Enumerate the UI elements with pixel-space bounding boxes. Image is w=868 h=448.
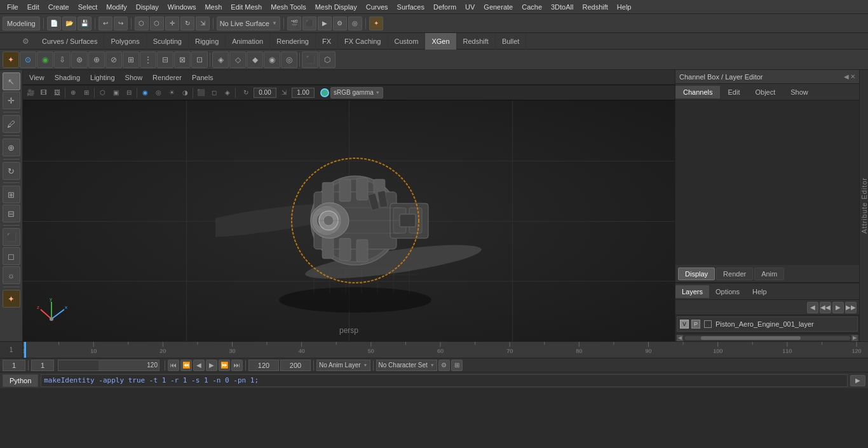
vp-ao-icon[interactable]: ◎ xyxy=(152,86,165,99)
menu-create[interactable]: Create xyxy=(44,2,74,12)
frame-current-display[interactable] xyxy=(31,360,54,371)
xgen-icon-6[interactable]: ⊕ xyxy=(88,51,105,68)
vp-camera-icon[interactable]: 🎥 xyxy=(24,86,37,99)
xgen-icon-lt[interactable]: ✦ xyxy=(3,290,20,308)
pb-play-btn[interactable]: ▶ xyxy=(206,360,217,371)
xgen-icon-10[interactable]: ⊟ xyxy=(157,51,173,68)
pb-fwd-end-btn[interactable]: ⏭ xyxy=(231,360,243,371)
xgen-icon-14[interactable]: ◇ xyxy=(229,51,246,68)
vp-display2-icon[interactable]: ◻ xyxy=(208,86,220,99)
open-file-btn[interactable]: 📂 xyxy=(62,17,76,31)
cb-close-btn[interactable]: ✕ xyxy=(850,73,855,80)
menu-select[interactable]: Select xyxy=(74,2,102,12)
menu-modify[interactable]: Modify xyxy=(102,2,131,12)
vp-snap-icon[interactable]: ⊕ xyxy=(67,86,79,99)
mode-settings-btn[interactable]: ⚙ xyxy=(18,34,33,49)
panels-menu[interactable]: Panels xyxy=(188,72,217,83)
vp-light-icon[interactable]: ☀ xyxy=(165,86,178,99)
rotate-tool-btn[interactable]: ↻ xyxy=(180,17,194,31)
tab-show[interactable]: Show xyxy=(783,86,816,98)
layers-back2-btn[interactable]: ◀◀ xyxy=(820,302,831,313)
pb-back-play-btn[interactable]: ◀ xyxy=(193,360,205,371)
redo-btn[interactable]: ↪ xyxy=(114,17,128,31)
menu-redshift[interactable]: Redshift xyxy=(578,2,612,12)
python-tab[interactable]: Python xyxy=(3,374,38,387)
xgen-btn[interactable]: ✦ xyxy=(369,17,383,31)
tab-curves-surfaces[interactable]: Curves / Surfaces xyxy=(36,33,104,50)
pb-back-step-btn[interactable]: ⏪ xyxy=(180,360,192,371)
move-tool-btn[interactable]: ✛ xyxy=(165,17,179,31)
xgen-icon-5[interactable]: ⊛ xyxy=(71,51,88,68)
pb-extra-btn[interactable]: ⊞ xyxy=(451,360,463,371)
ipr-btn[interactable]: ⬛ xyxy=(302,17,316,31)
menu-display[interactable]: Display xyxy=(132,2,163,12)
pb-char-set-btn[interactable]: ⚙ xyxy=(438,360,450,371)
scroll-left-btn[interactable]: ◀ xyxy=(677,335,683,341)
vp-val1-input[interactable] xyxy=(254,88,276,98)
vp-shading-icon[interactable]: ◉ xyxy=(139,86,151,99)
timeline-end-input[interactable] xyxy=(139,361,158,370)
timeline[interactable]: 1 xyxy=(0,341,868,358)
xgen-icon-9[interactable]: ⋮ xyxy=(140,51,156,68)
anim-layer-dropdown[interactable]: No Anim Layer ▼ xyxy=(316,360,370,371)
tab-object[interactable]: Object xyxy=(747,86,783,98)
tab-anim[interactable]: Anim xyxy=(754,268,784,280)
wireframe-tool[interactable]: ◻ xyxy=(3,247,20,265)
tab-display[interactable]: Display xyxy=(678,268,715,280)
menu-uv[interactable]: UV xyxy=(461,2,479,12)
tab-xgen[interactable]: XGen xyxy=(425,33,456,50)
stack-tool[interactable]: ⊞ xyxy=(3,186,20,203)
grid-tool[interactable]: ⊟ xyxy=(3,205,20,222)
tab-bullet[interactable]: Bullet xyxy=(496,33,527,50)
layers-tab-layers[interactable]: Layers xyxy=(675,285,709,298)
gamma-dropdown[interactable]: sRGB gamma ▼ xyxy=(330,87,383,98)
vp-film-icon[interactable]: 🎞 xyxy=(37,86,50,99)
vp-texture-icon[interactable]: ⊟ xyxy=(123,86,135,99)
menu-help[interactable]: Help xyxy=(613,2,636,12)
vp-display3-icon[interactable]: ◈ xyxy=(221,86,234,99)
xgen-icon-16[interactable]: ◉ xyxy=(264,51,280,68)
viewport-canvas[interactable]: x y z persp xyxy=(23,100,675,341)
menu-mesh-tools[interactable]: Mesh Tools xyxy=(266,2,310,12)
menu-windows[interactable]: Windows xyxy=(163,2,201,12)
rotate-tool[interactable]: ↻ xyxy=(3,162,20,180)
menu-edit[interactable]: Edit xyxy=(23,2,44,12)
execute-btn[interactable]: ▶ xyxy=(850,375,865,386)
live-surface-dropdown[interactable]: No Live Surface ▼ xyxy=(217,17,280,31)
view-menu[interactable]: View xyxy=(25,72,48,83)
pb-back-start-btn[interactable]: ⏮ xyxy=(168,360,179,371)
menu-curves[interactable]: Curves xyxy=(362,2,393,12)
xgen-icon-1[interactable]: ✦ xyxy=(3,51,19,68)
attribute-editor-strip[interactable]: Attribute Editor xyxy=(859,70,868,341)
viewport-renderer-btn[interactable]: ◎ xyxy=(348,17,362,31)
frame-current-input[interactable] xyxy=(3,360,25,371)
tab-edit[interactable]: Edit xyxy=(720,86,747,98)
pb-fwd-step-btn[interactable]: ⏩ xyxy=(219,360,230,371)
select-tool-btn[interactable]: ⬡ xyxy=(135,17,149,31)
new-file-btn[interactable]: 📄 xyxy=(47,17,61,31)
lighting-menu[interactable]: Lighting xyxy=(86,72,119,83)
menu-surfaces[interactable]: Surfaces xyxy=(393,2,429,12)
xgen-icon-18[interactable]: ⬛ xyxy=(302,51,318,68)
tab-fx[interactable]: FX xyxy=(316,33,338,50)
range-start-input[interactable] xyxy=(248,360,279,371)
xgen-icon-13[interactable]: ◈ xyxy=(212,51,229,68)
render-settings-btn[interactable]: ⚙ xyxy=(333,17,347,31)
timeline-ruler[interactable] xyxy=(23,342,868,358)
scroll-right-btn[interactable]: ▶ xyxy=(851,335,858,341)
renderer-menu[interactable]: Renderer xyxy=(149,72,186,83)
undo-btn[interactable]: ↩ xyxy=(98,17,112,31)
xgen-icon-4[interactable]: ⇩ xyxy=(54,51,71,68)
layers-scrollbar[interactable]: ◀ ▶ xyxy=(675,334,859,341)
workspace-dropdown[interactable]: Modeling xyxy=(3,17,40,31)
xgen-icon-2[interactable]: ⊙ xyxy=(20,51,36,68)
tab-render[interactable]: Render xyxy=(716,268,753,280)
vp-snap2-icon[interactable]: ⊞ xyxy=(80,86,93,99)
tab-channels[interactable]: Channels xyxy=(675,86,720,98)
vp-img-icon[interactable]: 🖼 xyxy=(51,86,64,99)
menu-edit-mesh[interactable]: Edit Mesh xyxy=(226,2,266,12)
layer-visible-btn[interactable]: V xyxy=(680,320,689,329)
vp-val2-input[interactable] xyxy=(292,88,315,98)
scroll-thumb[interactable] xyxy=(701,336,801,340)
light-tool[interactable]: ☼ xyxy=(3,266,20,284)
